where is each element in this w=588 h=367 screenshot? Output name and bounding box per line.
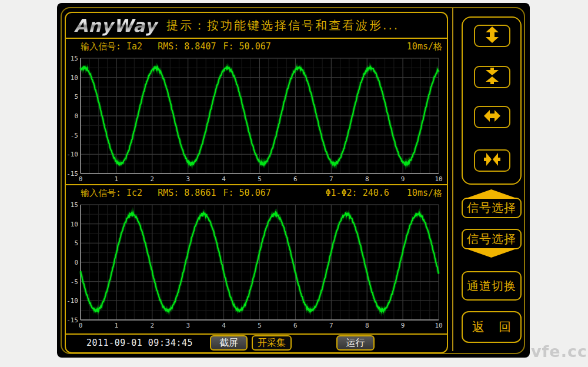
- svg-text:7: 7: [329, 322, 333, 329]
- svg-text:1: 1: [115, 322, 119, 329]
- run-button[interactable]: 运行: [336, 335, 375, 351]
- svg-text:-10: -10: [66, 151, 78, 158]
- return-label-right: 回: [499, 319, 511, 335]
- channel-2-rms: RMS: 8.8661: [158, 188, 216, 198]
- svg-text:15: 15: [71, 55, 78, 62]
- return-button[interactable]: 返 回: [462, 311, 522, 343]
- compress-horizontal-button[interactable]: [474, 149, 510, 172]
- status-bar: 2011-09-01 09:34:45 截屏 开采集 运行: [66, 335, 447, 352]
- channel-1-timebase: 10ms/格: [407, 41, 442, 52]
- expand-horizontal-icon: [484, 108, 500, 126]
- waveform-chart-ia2: 012345678910-15-10-5051015: [66, 54, 447, 184]
- return-label-left: 返: [472, 319, 485, 335]
- svg-text:10: 10: [71, 221, 78, 228]
- triangle-down-icon: [465, 248, 518, 258]
- signal-select-up-label: 信号选择: [462, 198, 522, 218]
- compress-horizontal-icon: [484, 151, 500, 170]
- channel-1-signal: 输入信号: Ia2: [81, 41, 142, 52]
- signal-select-down-button[interactable]: 信号选择: [462, 229, 522, 259]
- main-panel: AnyWay 提示：按功能键选择信号和查看波形... 输入信号: Ia2 RMS…: [65, 12, 448, 353]
- svg-text:15: 15: [71, 201, 78, 209]
- channel-switch-button[interactable]: 通道切换: [462, 271, 522, 301]
- svg-text:4: 4: [222, 322, 226, 329]
- svg-text:-5: -5: [71, 132, 78, 139]
- waveform-panel-2: 输入信号: Ic2 RMS: 8.8661 F: 50.067 Φ1-Φ2: 2…: [66, 185, 447, 335]
- svg-text:8: 8: [365, 322, 369, 329]
- svg-text:9: 9: [401, 175, 405, 183]
- timestamp: 2011-09-01 09:34:45: [86, 338, 193, 348]
- screenshot-button[interactable]: 截屏: [210, 335, 248, 351]
- compress-vertical-icon: [484, 68, 500, 86]
- svg-text:0: 0: [79, 175, 83, 183]
- svg-text:-15: -15: [66, 316, 78, 324]
- svg-text:0: 0: [74, 112, 78, 120]
- svg-text:-5: -5: [71, 278, 78, 286]
- expand-horizontal-button[interactable]: [474, 106, 510, 128]
- svg-text:3: 3: [186, 322, 190, 329]
- svg-text:4: 4: [222, 175, 226, 183]
- waveform-panel-1: 输入信号: Ia2 RMS: 8.8407 F: 50.067 10ms/格 0…: [66, 39, 447, 185]
- channel-2-freq: F: 50.067: [223, 188, 271, 198]
- svg-text:6: 6: [293, 322, 298, 329]
- triangle-up-icon: [465, 189, 518, 199]
- svg-text:7: 7: [329, 175, 333, 183]
- device-screen: AnyWay 提示：按功能键选择信号和查看波形... 输入信号: Ia2 RMS…: [57, 3, 530, 358]
- title-bar: AnyWay 提示：按功能键选择信号和查看波形...: [66, 13, 447, 39]
- sidebar-divider: [452, 8, 453, 351]
- signal-select-down-label: 信号选择: [462, 229, 522, 249]
- channel-1-header: 输入信号: Ia2 RMS: 8.8407 F: 50.067 10ms/格: [66, 39, 447, 54]
- svg-text:2: 2: [150, 175, 154, 183]
- anyway-logo: AnyWay: [74, 15, 161, 36]
- signal-select-up-button[interactable]: 信号选择: [462, 189, 522, 218]
- svg-text:6: 6: [293, 175, 298, 183]
- channel-2-signal: 输入信号: Ic2: [81, 188, 142, 199]
- channel-1-freq: F: 50.067: [223, 41, 271, 52]
- channel-1-rms: RMS: 8.8407: [158, 41, 216, 52]
- svg-text:0: 0: [74, 259, 78, 266]
- expand-vertical-icon: [484, 26, 500, 45]
- svg-text:8: 8: [365, 175, 369, 183]
- svg-text:10: 10: [435, 322, 442, 329]
- svg-text:0: 0: [79, 322, 83, 329]
- start-acquisition-button[interactable]: 开采集: [252, 335, 292, 351]
- hint-text: 提示：按功能键选择信号和查看波形...: [166, 18, 399, 34]
- compress-vertical-button[interactable]: [474, 66, 510, 88]
- watermark: vfe.cc: [531, 342, 587, 361]
- svg-text:-10: -10: [66, 297, 78, 305]
- waveform-chart-ic2: 012345678910-15-10-5051015: [66, 201, 447, 333]
- svg-text:-15: -15: [66, 170, 78, 178]
- svg-text:10: 10: [71, 74, 78, 82]
- channel-2-phase-diff: Φ1-Φ2: 240.6: [325, 188, 389, 198]
- svg-text:1: 1: [115, 175, 119, 183]
- channel-switch-label: 通道切换: [467, 278, 516, 294]
- svg-text:5: 5: [258, 322, 262, 329]
- svg-text:5: 5: [74, 93, 78, 101]
- svg-text:2: 2: [150, 322, 154, 329]
- expand-vertical-button[interactable]: [474, 25, 510, 47]
- svg-text:5: 5: [258, 175, 262, 183]
- svg-text:5: 5: [74, 239, 78, 247]
- svg-text:9: 9: [401, 322, 405, 329]
- zoom-button-group: [462, 16, 522, 185]
- channel-2-header: 输入信号: Ic2 RMS: 8.8661 F: 50.067 Φ1-Φ2: 2…: [66, 185, 447, 201]
- channel-2-timebase: 10ms/格: [407, 188, 442, 199]
- svg-text:10: 10: [435, 175, 442, 183]
- svg-text:3: 3: [186, 175, 190, 183]
